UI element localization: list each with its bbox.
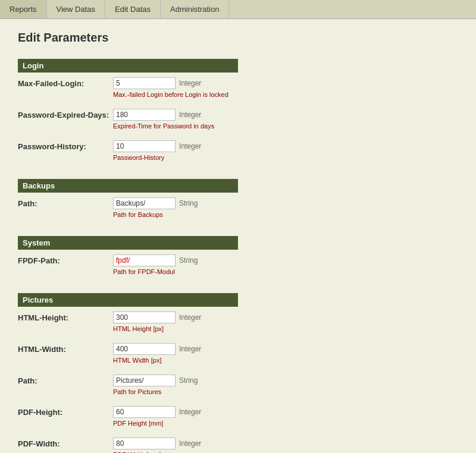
form-group-pdf-height: PDF-Height:IntegerPDF Height [mm] — [18, 401, 238, 433]
form-row-pdf-width: PDF-Width:Integer — [18, 438, 238, 449]
type-password-history: Integer — [179, 142, 201, 150]
hint-pictures-path: Path for Pictures — [113, 388, 238, 395]
sections-container: LoginMax-Failed-Login:IntegerMax.-failed… — [18, 59, 458, 453]
form-group-max-failed-login: Max-Failed-Login:IntegerMax.-failed Logi… — [18, 73, 238, 104]
section-backups: BackupsPath:StringPath for Backups — [18, 179, 238, 224]
section-header-system: System — [18, 236, 238, 250]
input-html-width[interactable] — [113, 343, 176, 355]
label-password-history: Password-History: — [18, 142, 113, 151]
input-fpdf-path[interactable] — [113, 254, 176, 266]
form-row-fpdf-path: FPDF-Path:String — [18, 254, 238, 266]
form-row-backups-path: Path:String — [18, 197, 238, 209]
page-title: Edit Parameters — [18, 31, 458, 45]
label-html-width: HTML-Width: — [18, 345, 113, 354]
main-content: Edit Parameters LoginMax-Failed-Login:In… — [0, 19, 476, 453]
nav-administration[interactable]: Administration — [161, 0, 229, 18]
label-max-failed-login: Max-Failed-Login: — [18, 79, 113, 88]
nav-bar: ReportsView DatasEdit DatasAdministratio… — [0, 0, 476, 19]
hint-password-history: Password-History — [113, 154, 238, 161]
type-max-failed-login: Integer — [179, 79, 201, 87]
input-html-height[interactable] — [113, 312, 176, 323]
input-pictures-path[interactable] — [113, 375, 176, 386]
section-header-pictures: Pictures — [18, 293, 238, 307]
label-html-height: HTML-Height: — [18, 313, 113, 322]
section-system: SystemFPDF-Path:StringPath for FPDF-Modu… — [18, 236, 238, 281]
type-password-expired-days: Integer — [179, 111, 201, 119]
hint-html-height: HTML Height [px] — [113, 325, 238, 332]
label-backups-path: Path: — [18, 199, 113, 208]
form-group-password-history: Password-History:IntegerPassword-History — [18, 136, 238, 167]
form-group-html-height: HTML-Height:IntegerHTML Height [px] — [18, 307, 238, 338]
type-pdf-width: Integer — [179, 439, 201, 448]
section-header-login: Login — [18, 59, 238, 73]
input-backups-path[interactable] — [113, 197, 176, 209]
input-max-failed-login[interactable] — [113, 77, 176, 89]
label-fpdf-path: FPDF-Path: — [18, 256, 113, 265]
type-pictures-path: String — [179, 376, 198, 385]
form-group-html-width: HTML-Width:IntegerHTML Width [px] — [18, 338, 238, 370]
form-row-password-expired-days: Password-Expired-Days:Integer — [18, 109, 238, 121]
input-password-history[interactable] — [113, 140, 176, 152]
form-row-max-failed-login: Max-Failed-Login:Integer — [18, 77, 238, 89]
label-password-expired-days: Password-Expired-Days: — [18, 111, 113, 119]
label-pictures-path: Path: — [18, 376, 113, 385]
form-row-pictures-path: Path:String — [18, 375, 238, 386]
form-row-pdf-height: PDF-Height:Integer — [18, 406, 238, 418]
section-login: LoginMax-Failed-Login:IntegerMax.-failed… — [18, 59, 238, 167]
input-pdf-height[interactable] — [113, 406, 176, 418]
hint-fpdf-path: Path for FPDF-Modul — [113, 268, 238, 275]
type-html-height: Integer — [179, 313, 201, 322]
type-fpdf-path: String — [179, 256, 198, 265]
hint-max-failed-login: Max.-failed Login before Login is locked — [113, 91, 238, 98]
hint-html-width: HTML Width [px] — [113, 357, 238, 364]
form-group-backups-path: Path:StringPath for Backups — [18, 193, 238, 224]
type-html-width: Integer — [179, 345, 201, 353]
form-group-fpdf-path: FPDF-Path:StringPath for FPDF-Modul — [18, 250, 238, 281]
hint-pdf-height: PDF Height [mm] — [113, 420, 238, 427]
type-pdf-height: Integer — [179, 408, 201, 416]
form-group-password-expired-days: Password-Expired-Days:IntegerExpired-Tim… — [18, 104, 238, 136]
label-pdf-width: PDF-Width: — [18, 439, 113, 448]
hint-backups-path: Path for Backups — [113, 211, 238, 218]
form-row-html-width: HTML-Width:Integer — [18, 343, 238, 355]
hint-password-expired-days: Expired-Time for Password in days — [113, 122, 238, 130]
nav-view-datas[interactable]: View Datas — [47, 0, 106, 18]
form-row-password-history: Password-History:Integer — [18, 140, 238, 152]
input-password-expired-days[interactable] — [113, 109, 176, 121]
section-header-backups: Backups — [18, 179, 238, 193]
form-group-pdf-width: PDF-Width:IntegerPDF Width [mm] — [18, 433, 238, 453]
input-pdf-width[interactable] — [113, 438, 176, 449]
nav-edit-datas[interactable]: Edit Datas — [105, 0, 161, 18]
type-backups-path: String — [179, 199, 198, 207]
form-row-html-height: HTML-Height:Integer — [18, 312, 238, 323]
form-group-pictures-path: Path:StringPath for Pictures — [18, 370, 238, 401]
nav-reports[interactable]: Reports — [0, 0, 47, 18]
section-pictures: PicturesHTML-Height:IntegerHTML Height [… — [18, 293, 238, 453]
label-pdf-height: PDF-Height: — [18, 408, 113, 417]
